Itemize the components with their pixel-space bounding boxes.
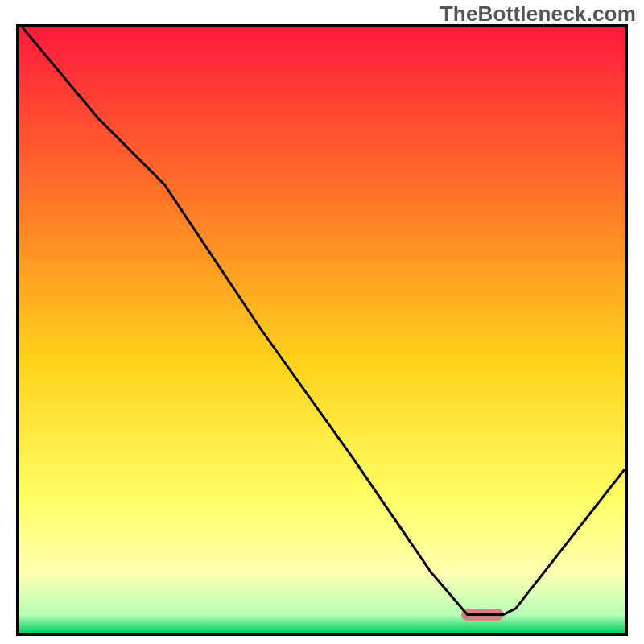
chart-area	[16, 24, 628, 636]
gradient-background	[19, 27, 625, 633]
bottleneck-chart	[19, 27, 625, 633]
watermark-label: TheBottleneck.com	[440, 2, 636, 27]
